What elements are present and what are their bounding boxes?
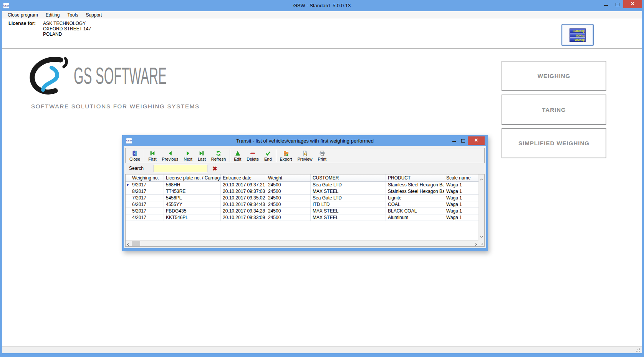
scroll-down-button[interactable] (480, 232, 483, 239)
search-label: Search (129, 166, 144, 171)
table-cell: BLACK COAL (386, 208, 444, 214)
column-header[interactable]: License plate no. / Carriage (164, 174, 221, 181)
license-label: License for: (8, 21, 36, 26)
license-section: License for: ASK TECHNOLOGY OXFORD STREE… (2, 19, 642, 49)
transit-table: Weighing no. License plate no. / Carriag… (125, 174, 485, 247)
minimize-icon (452, 141, 456, 142)
weight-display-icon: 12800 kg 800 kg 9500 kg (570, 28, 586, 42)
toolbar-refresh-button[interactable]: Refresh (209, 149, 229, 163)
table-cell: Waga 1 (444, 208, 478, 214)
logo-text: GS SOFTWARE (74, 62, 167, 89)
resize-grip-icon[interactable] (639, 351, 640, 352)
h-scroll-thumb[interactable] (132, 241, 140, 246)
column-header[interactable]: PRODUCT (386, 174, 444, 181)
table-row[interactable]: 9/2017568HH20.10.2017 09:37:2124500Sea G… (126, 182, 478, 188)
column-header[interactable]: Scale name (444, 174, 478, 181)
row-selector-header (126, 174, 130, 181)
table-row[interactable]: 6/20174555YY20.10.2017 09:34:4324500ITD … (126, 201, 478, 208)
maximize-button[interactable] (612, 0, 623, 8)
minimize-button[interactable] (600, 0, 612, 8)
refresh-icon (215, 150, 222, 156)
menu-close-program[interactable]: Close program (4, 12, 42, 19)
table-cell: 24500 (266, 214, 311, 221)
toolbar-button-label: Edit (234, 157, 241, 161)
toolbar-export-button[interactable]: Export (277, 149, 295, 163)
horizontal-scrollbar[interactable] (126, 240, 478, 246)
window-title: GSW - Standard 5.0.0.13 (0, 3, 644, 8)
table-row[interactable]: 4/2017KKT546PL20.10.2017 09:33:0924500MA… (126, 214, 478, 221)
table-cell: Waga 1 (444, 182, 478, 188)
logo-mark-icon: GS SOFTWARE (27, 56, 173, 95)
first-record-icon (149, 150, 156, 156)
table-row[interactable]: 8/2017TT453RE20.10.2017 09:37:0324500MAX… (126, 188, 478, 195)
table-cell: 4555YY (164, 201, 221, 208)
table-cell: 4/2017 (130, 214, 164, 221)
toolbar-last-button[interactable]: Last (195, 149, 209, 163)
toolbar-button-label: End (264, 157, 272, 161)
toolbar-preview-button[interactable]: Preview (295, 149, 315, 163)
table-cell: Lignite (386, 195, 444, 201)
close-button[interactable]: × (623, 0, 642, 8)
scroll-up-button[interactable] (480, 176, 483, 183)
toolbar-close-button[interactable]: Close (127, 149, 143, 163)
toolbar-first-button[interactable]: First (146, 149, 159, 163)
search-input[interactable] (154, 165, 207, 172)
column-header[interactable]: Weighing no. (130, 174, 164, 181)
table-cell: Sea Gate LTD (311, 195, 386, 201)
scroll-left-button[interactable] (127, 240, 130, 247)
toolbar-button-label: Refresh (211, 157, 226, 161)
transit-close-button[interactable]: × (468, 136, 485, 145)
table-cell: Stainless Steel Hexagon Bar (386, 182, 444, 188)
toolbar-end-button[interactable]: End (262, 149, 275, 163)
table-cell: TT453RE (164, 188, 221, 194)
toolbar-button-label: First (148, 157, 156, 161)
table-cell: MAX STEEL (311, 188, 386, 194)
edit-icon (235, 150, 241, 156)
simplified-weighing-button[interactable]: SIMPLIFIED WEIGHING (502, 128, 606, 158)
table-row[interactable]: 7/20175456PL20.10.2017 09:35:0224500Sea … (126, 195, 478, 201)
table-cell: 20.10.2017 09:34:28 (221, 208, 266, 214)
table-cell: 20.10.2017 09:37:21 (221, 182, 266, 188)
menu-support[interactable]: Support (82, 12, 106, 19)
weighing-button[interactable]: WEIGHING (502, 61, 606, 91)
table-cell: ITD LTD (311, 201, 386, 208)
vertical-scrollbar[interactable] (478, 174, 484, 240)
column-header[interactable]: CUSTOMER (311, 174, 386, 181)
table-cell: 24500 (266, 195, 311, 201)
toolbar-button-label: Delete (247, 157, 259, 161)
next-record-icon (185, 150, 191, 156)
table-cell: 20.10.2017 09:35:02 (221, 195, 266, 201)
toolbar-button-label: Print (318, 157, 327, 161)
selected-row-marker (127, 183, 129, 186)
scale-display-button[interactable]: 12800 kg 800 kg 9500 kg (561, 24, 594, 46)
toolbar-delete-button[interactable]: Delete (244, 149, 262, 163)
last-record-icon (199, 150, 205, 156)
table-cell: 5456PL (164, 195, 221, 201)
menu-editing[interactable]: Editing (42, 12, 64, 19)
toolbar-previous-button[interactable]: Previous (159, 149, 181, 163)
toolbar-print-button[interactable]: Print (315, 149, 329, 163)
transit-maximize-button[interactable] (459, 136, 468, 145)
toolbar-button-label: Last (198, 157, 206, 161)
table-cell: 24500 (266, 201, 311, 208)
taring-button[interactable]: TARING (502, 95, 606, 125)
toolbar-next-button[interactable]: Next (181, 149, 195, 163)
chevron-down-icon (480, 234, 483, 237)
table-row[interactable]: 5/2017FBDG43520.10.2017 09:34:2824500MAX… (126, 208, 478, 214)
table-cell: 6/2017 (130, 201, 164, 208)
toolbar-edit-button[interactable]: Edit (231, 149, 244, 163)
transit-minimize-button[interactable] (449, 136, 459, 145)
column-header[interactable]: Weight (266, 174, 311, 181)
row-selector (126, 182, 130, 188)
scroll-right-button[interactable] (474, 240, 477, 247)
table-cell: 20.10.2017 09:34:43 (221, 201, 266, 208)
logo-tagline: SOFTWARE SOLUTIONS FOR WEIGHING SYSTEMS (31, 103, 200, 110)
toolbar-button-label: Next (184, 157, 192, 161)
column-header[interactable]: Entrance date (221, 174, 266, 181)
clear-search-button[interactable]: ✖ (212, 166, 217, 171)
table-cell: 20.10.2017 09:33:09 (221, 214, 266, 221)
weight-display-row: 9500 kg (570, 37, 585, 42)
menu-tools[interactable]: Tools (63, 12, 82, 19)
resize-grip-icon[interactable] (482, 244, 483, 245)
table-cell: Waga 1 (444, 188, 478, 194)
